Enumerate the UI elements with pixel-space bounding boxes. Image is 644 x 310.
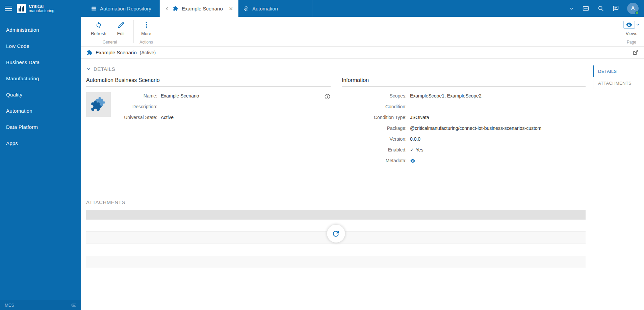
tab-automation[interactable]: Automation — [238, 0, 312, 17]
tab-example-scenario[interactable]: Example Scenario ✕ — [160, 0, 238, 17]
sidebar-item-apps[interactable]: Apps — [0, 135, 81, 151]
close-tab-icon[interactable]: ✕ — [228, 5, 234, 12]
metadata-eye-icon[interactable] — [410, 159, 415, 163]
scenario-image — [86, 92, 111, 117]
ribbon-right: Views Page — [619, 17, 644, 46]
refresh-icon — [95, 21, 103, 29]
grid-header-row — [86, 210, 586, 220]
views-button[interactable]: Views — [622, 21, 641, 36]
entity-title: Example Scenario — [96, 50, 137, 55]
edit-button[interactable]: Edit — [111, 21, 131, 36]
page-body: DETAILS Automation Business Scenario — [81, 59, 644, 310]
grid-row — [86, 244, 586, 256]
field-label: Name: — [118, 93, 157, 99]
field-name: Name: Example Scenario — [118, 93, 331, 99]
field-label: Metadata: — [342, 158, 407, 164]
information-panel-title: Information — [342, 77, 586, 87]
ribbon-group-actions: More Actions — [134, 17, 159, 46]
field-package: Package: @criticalmanufacturing/connect-… — [342, 125, 586, 132]
details-section-header[interactable]: DETAILS — [86, 66, 586, 72]
details-panels: Automation Business Scenario Name: — [86, 77, 586, 168]
sidebar-footer: MES — [0, 300, 81, 310]
scenario-puzzle-icon — [173, 6, 178, 11]
info-icon[interactable] — [324, 93, 331, 101]
side-tab-attachments[interactable]: ATTACHMENTS — [593, 77, 644, 89]
sidebar-item-quality[interactable]: Quality — [0, 86, 81, 103]
attachments-section: ATTACHMENTS — [86, 199, 586, 268]
open-tabs: Automation Repository Example Scenario ✕ — [86, 0, 312, 17]
information-panel: Information Scopes: ExampleScope1, Examp… — [342, 77, 586, 168]
brand-name-bold: Critical — [29, 4, 54, 9]
field-value — [410, 158, 415, 164]
field-condition-type: Condition Type: JSONata — [342, 114, 586, 121]
tab-label: Automation — [252, 6, 278, 11]
field-metadata: Metadata: — [342, 158, 586, 164]
field-value: Active — [161, 114, 174, 121]
field-label: Scopes: — [342, 93, 407, 99]
avatar[interactable]: A — [627, 3, 639, 14]
ribbon-group-label-page: Page — [622, 40, 641, 46]
field-label: Description: — [118, 104, 157, 110]
views-caret-icon[interactable] — [636, 23, 640, 27]
views-frame — [623, 21, 635, 29]
field-value: 0.0.0 — [410, 136, 420, 142]
sidebar-item-administration[interactable]: Administration — [0, 22, 81, 38]
field-value: ExampleScope1, ExampleScope2 — [410, 93, 482, 99]
brand-logo: Critical manufacturing — [17, 4, 54, 13]
search-icon[interactable] — [597, 5, 604, 12]
refresh-button[interactable]: Refresh — [89, 21, 108, 36]
main-area: Automation Repository Example Scenario ✕ — [81, 0, 644, 310]
side-tab-details[interactable]: DETAILS — [593, 65, 644, 77]
mes-label: MES — [5, 303, 14, 308]
field-condition: Condition: — [342, 104, 586, 110]
side-tab-strip: DETAILS ATTACHMENTS — [593, 59, 644, 310]
sidebar-item-low-code[interactable]: Low Code — [0, 38, 81, 54]
brand-name-light: manufacturing — [29, 9, 54, 13]
brand-logo-icon — [17, 4, 26, 13]
app-window: Critical manufacturing Administration Lo… — [0, 0, 644, 310]
automation-gear-icon — [243, 6, 249, 11]
sidebar: Critical manufacturing Administration Lo… — [0, 0, 81, 310]
tab-label: Example Scenario — [182, 6, 225, 11]
repository-icon — [91, 6, 97, 11]
grid-row — [86, 256, 586, 268]
open-in-popup-icon[interactable] — [633, 50, 639, 56]
field-label: Package: — [342, 125, 407, 132]
scenario-fields: Name: Example Scenario Description: Univ… — [118, 92, 331, 125]
field-label: Condition Type: — [342, 114, 407, 121]
hamburger-menu-icon[interactable] — [5, 6, 12, 11]
eye-icon — [626, 22, 633, 27]
sidebar-item-manufacturing[interactable]: Manufacturing — [0, 70, 81, 86]
field-value: @criticalmanufacturing/connect-iot-busin… — [410, 125, 541, 132]
field-label: Condition: — [342, 104, 407, 110]
pencil-icon — [117, 21, 125, 29]
field-value: JSONata — [410, 114, 429, 121]
check-icon: ✓ — [410, 147, 414, 153]
back-chevron-icon[interactable] — [164, 6, 170, 11]
field-label: Universal State: — [118, 114, 157, 121]
field-universal-state: Universal State: Active — [118, 114, 331, 121]
more-dots-icon — [143, 21, 150, 29]
sidebar-item-data-platform[interactable]: Data Platform — [0, 119, 81, 135]
more-label: More — [141, 31, 151, 36]
keyboard-icon[interactable] — [71, 303, 76, 308]
loading-spinner-icon — [327, 225, 345, 243]
more-button[interactable]: More — [136, 21, 156, 36]
topbar: Automation Repository Example Scenario ✕ — [81, 0, 644, 17]
brand-name: Critical manufacturing — [29, 4, 54, 13]
chat-icon[interactable] — [612, 5, 619, 12]
presence-dot — [635, 11, 639, 15]
entity-puzzle-icon — [86, 50, 93, 56]
avatar-initial: A — [631, 5, 635, 11]
sidebar-item-automation[interactable]: Automation — [0, 103, 81, 119]
sidebar-item-business-data[interactable]: Business Data — [0, 54, 81, 70]
scan-icon[interactable] — [582, 5, 589, 12]
edit-label: Edit — [117, 31, 125, 36]
entity-state: (Active) — [140, 50, 156, 55]
field-label: Enabled: — [342, 147, 407, 153]
tab-automation-repository[interactable]: Automation Repository — [86, 0, 160, 17]
ribbon-group-general: Refresh Edit General — [86, 17, 133, 46]
ribbon-separator — [159, 20, 159, 43]
attachments-grid — [86, 210, 586, 268]
tabs-dropdown-icon[interactable] — [569, 6, 574, 11]
